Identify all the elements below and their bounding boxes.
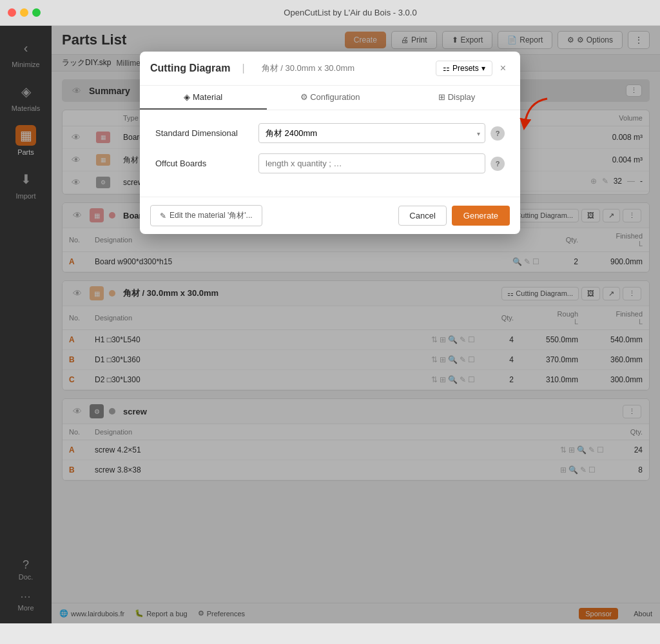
- titlebar-title: OpenCutList by L'Air du Bois - 3.0.0: [48, 8, 652, 17]
- material-tab-icon: ◈: [184, 92, 190, 102]
- modal-footer: ✎ Edit the material '角材'... Cancel Gener…: [140, 197, 520, 234]
- modal-header: Cutting Diagram | 角材 / 30.0mm x 30.0mm ⚏…: [140, 52, 520, 86]
- edit-icon-modal: ✎: [160, 211, 166, 220]
- close-button[interactable]: [8, 8, 16, 17]
- configuration-tab-icon: ⚙: [300, 92, 308, 102]
- modal-subtitle: 角材 / 30.0mm x 30.0mm: [262, 63, 354, 74]
- modal-header-actions: ⚏ Presets ▾ ×: [436, 61, 510, 76]
- presets-label: Presets: [452, 64, 479, 73]
- standard-dimensional-control: 角材 2400mm ▾: [258, 123, 485, 143]
- offcut-boards-label: Offcut Boards: [155, 159, 258, 168]
- modal-overlay: Cutting Diagram | 角材 / 30.0mm x 30.0mm ⚏…: [0, 26, 660, 623]
- presets-icon: ⚏: [443, 64, 450, 73]
- offcut-boards-help[interactable]: ?: [490, 157, 505, 171]
- chevron-down-icon: ▾: [481, 64, 485, 73]
- separator-pipe: |: [242, 63, 244, 74]
- display-tab-icon: ⊞: [438, 92, 445, 102]
- arrow-annotation: [515, 95, 554, 137]
- standard-dimensional-label: Standard Dimensional: [155, 128, 258, 138]
- offcut-boards-control: [258, 153, 485, 173]
- tab-material[interactable]: ◈ Material: [140, 86, 267, 110]
- standard-dimensional-row: Standard Dimensional 角材 2400mm ▾ ?: [155, 123, 505, 143]
- presets-button[interactable]: ⚏ Presets ▾: [436, 61, 492, 76]
- generate-button[interactable]: Generate: [452, 206, 510, 226]
- tab-display[interactable]: ⊞ Display: [393, 86, 520, 110]
- standard-dimensional-help[interactable]: ?: [490, 126, 505, 141]
- offcut-boards-input[interactable]: [258, 153, 485, 173]
- standard-dimensional-select-wrap: 角材 2400mm ▾: [258, 123, 485, 143]
- modal-tabs: ◈ Material ⚙ Configuration ⊞ Display: [140, 86, 520, 110]
- configuration-tab-label: Configuration: [310, 92, 360, 102]
- display-tab-label: Display: [448, 92, 476, 102]
- modal-close-button[interactable]: ×: [496, 61, 510, 75]
- cutting-diagram-modal: Cutting Diagram | 角材 / 30.0mm x 30.0mm ⚏…: [140, 52, 520, 234]
- modal-body: Standard Dimensional 角材 2400mm ▾ ? Offcu…: [140, 110, 520, 197]
- tab-configuration[interactable]: ⚙ Configuration: [267, 86, 394, 110]
- offcut-boards-row: Offcut Boards ?: [155, 153, 505, 173]
- window-controls[interactable]: [8, 8, 41, 17]
- modal-footer-right: Cancel Generate: [398, 206, 510, 226]
- maximize-button[interactable]: [32, 8, 41, 17]
- modal-title: Cutting Diagram: [150, 63, 230, 74]
- edit-material-button[interactable]: ✎ Edit the material '角材'...: [150, 205, 262, 226]
- titlebar: OpenCutList by L'Air du Bois - 3.0.0: [0, 0, 660, 26]
- material-tab-label: Material: [193, 92, 222, 102]
- edit-material-label: Edit the material '角材'...: [170, 210, 253, 221]
- minimize-button[interactable]: [20, 8, 28, 17]
- cancel-button[interactable]: Cancel: [398, 206, 446, 226]
- standard-dimensional-select[interactable]: 角材 2400mm: [258, 123, 485, 143]
